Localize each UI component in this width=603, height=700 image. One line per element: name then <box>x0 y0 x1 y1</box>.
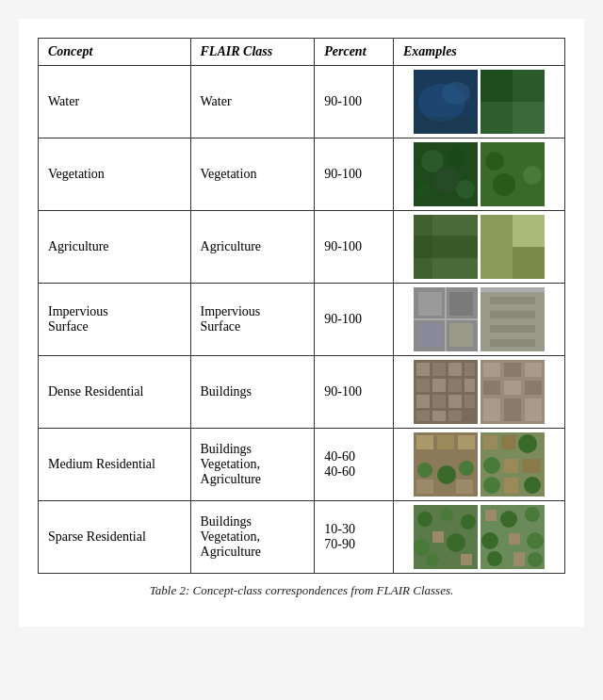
svg-rect-65 <box>483 399 500 421</box>
flair-class-cell: Buildings Vegetation, Agriculture <box>190 501 315 574</box>
svg-rect-5 <box>481 70 513 102</box>
svg-rect-62 <box>483 381 500 395</box>
svg-rect-57 <box>448 411 462 421</box>
svg-rect-56 <box>432 411 446 421</box>
examples-cell <box>394 138 565 211</box>
svg-point-72 <box>417 463 432 478</box>
svg-point-84 <box>483 477 500 494</box>
svg-rect-97 <box>485 510 497 521</box>
examples-cell <box>394 66 565 138</box>
svg-rect-40 <box>490 339 535 347</box>
satellite-image-1 <box>414 215 478 279</box>
svg-rect-28 <box>513 247 545 279</box>
concept-cell: Sparse Residential <box>39 501 191 574</box>
svg-rect-41 <box>481 287 545 292</box>
table-row: WaterWater90-100 <box>39 66 565 138</box>
svg-rect-83 <box>522 459 541 473</box>
svg-point-13 <box>416 182 431 197</box>
page-wrapper: Concept FLAIR Class Percent Examples Wat… <box>19 19 584 627</box>
svg-rect-91 <box>432 531 444 543</box>
examples-cell <box>394 284 565 356</box>
satellite-image-1 <box>414 70 478 134</box>
svg-rect-24 <box>414 215 432 279</box>
flair-class-cell: Water <box>190 66 315 138</box>
satellite-image-1 <box>414 287 478 351</box>
svg-rect-59 <box>483 363 500 377</box>
examples-cell <box>394 429 565 501</box>
svg-rect-27 <box>513 215 545 247</box>
svg-rect-71 <box>458 435 475 449</box>
svg-rect-52 <box>432 395 446 408</box>
satellite-image-2 <box>481 287 545 351</box>
examples-cell <box>394 211 565 284</box>
svg-point-95 <box>426 553 439 566</box>
concept-cell: Impervious Surface <box>39 284 191 356</box>
svg-point-15 <box>485 152 504 171</box>
svg-rect-37 <box>490 297 535 304</box>
svg-rect-101 <box>509 533 520 545</box>
svg-point-89 <box>440 508 453 521</box>
table-row: Dense ResidentialBuildings90-100 <box>39 356 565 429</box>
svg-point-86 <box>524 477 541 494</box>
svg-rect-78 <box>483 435 497 449</box>
satellite-image-1 <box>414 360 478 424</box>
table-row: Impervious SurfaceImpervious Surface90-1… <box>39 284 565 356</box>
examples-cell <box>394 356 565 429</box>
header-flair-class: FLAIR Class <box>190 39 315 66</box>
svg-rect-82 <box>504 459 518 473</box>
table-row: AgricultureAgriculture90-100 <box>39 211 565 284</box>
concept-cell: Vegetation <box>39 138 191 211</box>
svg-point-99 <box>525 507 540 522</box>
svg-rect-49 <box>448 379 462 392</box>
satellite-image-2 <box>481 432 545 497</box>
svg-rect-30 <box>418 292 442 316</box>
svg-point-2 <box>442 82 470 105</box>
svg-rect-61 <box>525 363 542 377</box>
svg-point-19 <box>519 186 536 203</box>
flair-class-cell: Buildings <box>190 356 315 429</box>
svg-rect-66 <box>504 399 521 421</box>
concept-cell: Dense Residential <box>39 356 191 429</box>
svg-rect-75 <box>416 480 433 494</box>
examples-cell <box>394 501 565 574</box>
svg-rect-43 <box>416 363 430 376</box>
svg-rect-47 <box>416 379 430 392</box>
svg-rect-44 <box>432 363 446 376</box>
classification-table: Concept FLAIR Class Percent Examples Wat… <box>38 38 565 574</box>
table-row: Sparse ResidentialBuildings Vegetation, … <box>39 501 565 574</box>
svg-rect-50 <box>464 379 475 392</box>
svg-point-98 <box>500 511 517 528</box>
svg-rect-60 <box>504 363 521 377</box>
svg-rect-54 <box>464 395 475 408</box>
flair-class-cell: Impervious Surface <box>190 284 315 356</box>
svg-point-80 <box>518 434 537 453</box>
svg-point-90 <box>461 514 476 529</box>
percent-cell: 10-30 70-90 <box>315 501 394 574</box>
header-percent: Percent <box>315 39 394 66</box>
svg-rect-51 <box>416 395 430 408</box>
concept-cell: Medium Residential <box>39 429 191 501</box>
svg-rect-55 <box>416 411 430 421</box>
svg-rect-64 <box>525 381 542 395</box>
svg-rect-53 <box>448 395 462 408</box>
satellite-image-1 <box>414 432 478 497</box>
percent-cell: 90-100 <box>315 138 394 211</box>
svg-rect-38 <box>490 311 535 318</box>
svg-rect-69 <box>416 435 433 449</box>
flair-class-cell: Buildings Vegetation, Agriculture <box>190 429 315 501</box>
svg-point-16 <box>507 148 530 171</box>
svg-point-10 <box>447 147 465 166</box>
svg-point-93 <box>447 533 465 552</box>
svg-rect-45 <box>448 363 462 376</box>
svg-rect-94 <box>461 554 472 565</box>
svg-rect-63 <box>504 381 521 395</box>
percent-cell: 90-100 <box>315 356 394 429</box>
svg-point-73 <box>437 465 456 484</box>
svg-rect-31 <box>449 292 473 316</box>
percent-cell: 90-100 <box>315 284 394 356</box>
satellite-image-2 <box>481 505 545 569</box>
table-caption: Table 2: Concept-class correspondences f… <box>38 583 565 598</box>
svg-point-102 <box>527 532 544 549</box>
svg-rect-7 <box>481 102 513 134</box>
svg-point-18 <box>493 173 515 196</box>
